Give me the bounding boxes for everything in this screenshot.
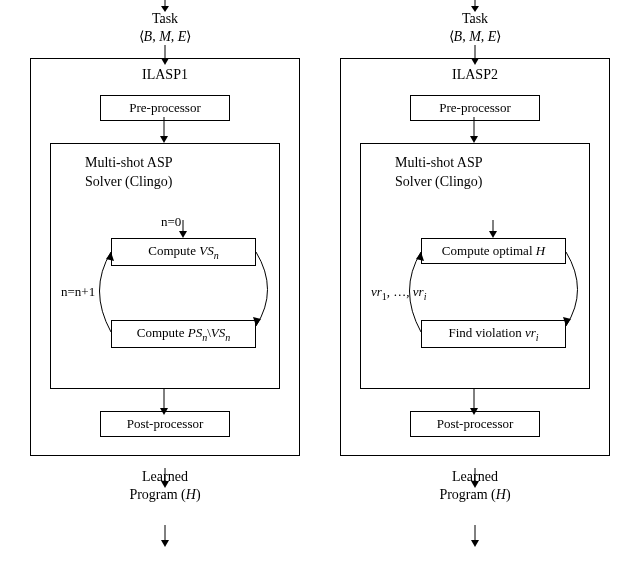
ilasp1-box: ILASP1 Pre-processor Multi-shot ASP Solv…: [30, 58, 300, 456]
ilasp2-column: Task ⟨B, M, E⟩ ILASP2 Pre-processor Mult…: [330, 0, 620, 505]
loop-increment-label: n=n+1: [61, 284, 95, 300]
box-title: ILASP2: [355, 67, 595, 83]
task-label: Task: [330, 10, 620, 28]
svg-marker-13: [161, 540, 169, 547]
learned-label: Learned: [20, 468, 310, 486]
n-zero-label: n=0: [161, 214, 181, 230]
solver-box-left: Multi-shot ASP Solver (Clingo) n=0 Compu…: [50, 143, 280, 389]
ilasp2-box: ILASP2 Pre-processor Multi-shot ASP Solv…: [340, 58, 610, 456]
compute-vs-box: Compute VSn: [111, 238, 256, 266]
compute-ps-box: Compute PSn\VSn: [111, 320, 256, 348]
loop-vr-label: vr1, …, vri: [371, 284, 426, 302]
loop-area-left: n=0 Compute VSn n=n+1 Compute PSn\VSn: [61, 220, 269, 370]
find-violation-box: Find violation vri: [421, 320, 566, 348]
learned-label: Learned: [330, 468, 620, 486]
post-processor-box: Post-processor: [410, 411, 540, 437]
solver-title: Multi-shot ASP Solver (Clingo): [61, 154, 269, 192]
learned-program: Program (H): [20, 486, 310, 504]
task-input-right: Task ⟨B, M, E⟩: [330, 10, 620, 46]
task-tuple: ⟨B, M, E⟩: [330, 28, 620, 46]
box-title: ILASP1: [45, 67, 285, 83]
learned-program: Program (H): [330, 486, 620, 504]
pre-processor-box: Pre-processor: [410, 95, 540, 121]
learned-output-left: Learned Program (H): [20, 468, 310, 504]
arrow-down-icon: [371, 220, 601, 240]
solver-title: Multi-shot ASP Solver (Clingo): [371, 154, 579, 192]
svg-marker-19: [489, 231, 497, 238]
compute-optimal-box: Compute optimal H: [421, 238, 566, 264]
loop-area-right: Compute optimal H vr1, …, vri Find viola…: [371, 220, 579, 370]
svg-marker-17: [470, 136, 478, 143]
post-processor-box: Post-processor: [100, 411, 230, 437]
svg-marker-5: [179, 231, 187, 238]
arrow-down-icon: [330, 525, 620, 547]
arrow-down-icon: [20, 525, 310, 547]
svg-marker-27: [471, 540, 479, 547]
svg-marker-3: [160, 136, 168, 143]
task-label: Task: [20, 10, 310, 28]
pre-processor-box: Pre-processor: [100, 95, 230, 121]
learned-output-right: Learned Program (H): [330, 468, 620, 504]
task-input-left: Task ⟨B, M, E⟩: [20, 10, 310, 46]
ilasp1-column: Task ⟨B, M, E⟩ ILASP1 Pre-processor Mult…: [20, 0, 310, 505]
task-tuple: ⟨B, M, E⟩: [20, 28, 310, 46]
solver-box-right: Multi-shot ASP Solver (Clingo) Compute o…: [360, 143, 590, 389]
